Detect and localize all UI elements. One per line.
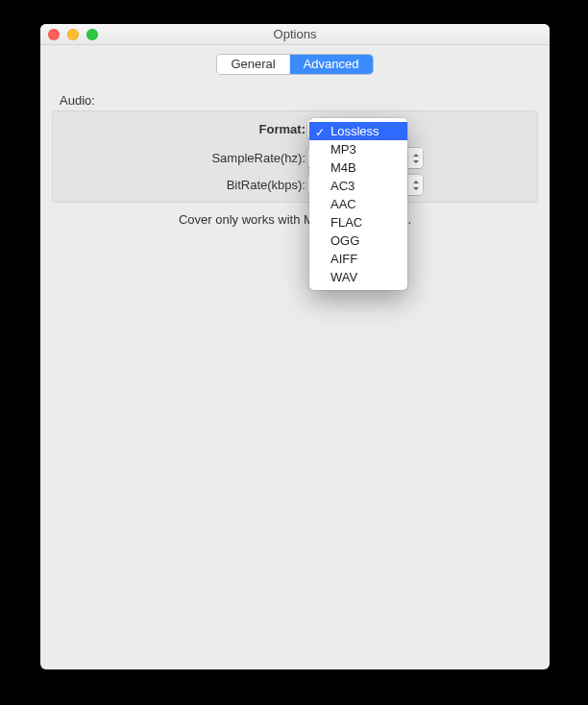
format-menu-item[interactable]: ✓ Lossless xyxy=(309,122,407,140)
window-title: Options xyxy=(40,24,550,45)
format-menu: ✓ Lossless MP3 M4B AC3 AAC FLAC OGG AIFF… xyxy=(309,118,407,290)
format-menu-item[interactable]: OGG xyxy=(309,231,407,250)
traffic-lights xyxy=(48,29,98,40)
format-menu-item[interactable]: MP3 xyxy=(309,140,407,158)
format-menu-item[interactable]: M4B xyxy=(309,158,407,177)
tab-advanced[interactable]: Advanced xyxy=(290,55,373,74)
chevron-updown-icon xyxy=(407,148,423,168)
audio-panel: Format: Lossless SampleRate(hz): BitRate… xyxy=(52,110,538,203)
samplerate-label: SampleRate(hz): xyxy=(53,151,307,165)
chevron-updown-icon xyxy=(407,175,423,195)
options-window: Options General Advanced Audio: Format: … xyxy=(40,24,550,669)
format-menu-item[interactable]: AAC xyxy=(309,195,407,213)
format-menu-item[interactable]: WAV xyxy=(309,268,407,286)
titlebar: Options xyxy=(40,24,550,45)
tab-general[interactable]: General xyxy=(217,55,289,74)
close-icon[interactable] xyxy=(48,29,60,40)
format-menu-item[interactable]: FLAC xyxy=(309,213,407,231)
tab-bar: General Advanced xyxy=(40,45,550,74)
audio-section-label: Audio: xyxy=(60,93,95,108)
format-label: Format: xyxy=(53,122,307,136)
bitrate-label: BitRate(kbps): xyxy=(53,178,307,192)
cover-note: Cover only works with M4A and MP3 files. xyxy=(40,212,550,227)
format-menu-item[interactable]: AIFF xyxy=(309,250,407,268)
minimize-icon[interactable] xyxy=(67,29,79,40)
zoom-icon[interactable] xyxy=(86,29,98,40)
format-menu-item[interactable]: AC3 xyxy=(309,177,407,195)
